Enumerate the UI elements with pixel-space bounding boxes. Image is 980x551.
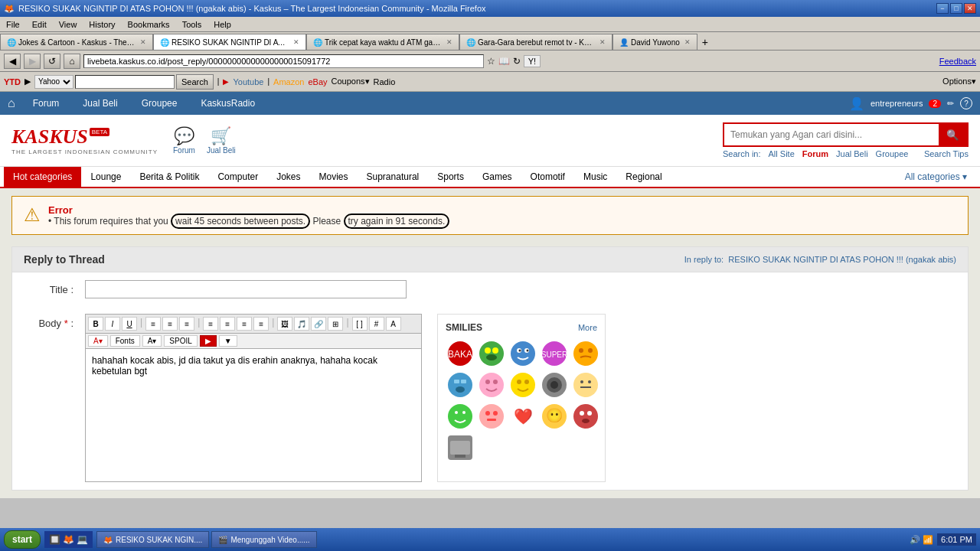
outdent-button[interactable]: ≡: [253, 317, 269, 331]
smilie-8[interactable]: [540, 370, 569, 399]
align-center-button[interactable]: ≡: [162, 317, 178, 331]
tab-3[interactable]: 🌐 Gara-Gara berebut remot tv - Kaskus - …: [459, 34, 612, 50]
menu-help[interactable]: Help: [207, 18, 237, 31]
minimize-button[interactable]: −: [936, 3, 949, 14]
menu-history[interactable]: History: [83, 18, 121, 31]
star-icon[interactable]: ☆: [487, 56, 495, 67]
cat-sports[interactable]: Sports: [428, 167, 473, 187]
smilie-4[interactable]: [571, 339, 600, 368]
home-button[interactable]: ⌂: [64, 54, 80, 69]
font-color-button[interactable]: A▾: [88, 335, 108, 347]
smilie-14[interactable]: [571, 402, 600, 431]
taskbar-item-1[interactable]: 🎬 Mengunggah Video......: [211, 531, 316, 548]
tab-2[interactable]: 🌐 Trik cepat kaya waktu d ATM gan ~ celi…: [306, 34, 459, 50]
video-button[interactable]: ▼: [219, 335, 237, 347]
tab-close-1[interactable]: ✕: [293, 38, 299, 46]
body-textarea[interactable]: hahahah kocak abis, jd dia takut ya dis …: [86, 349, 421, 479]
kaskus-nav-jual-beli[interactable]: Jual Beli: [77, 94, 123, 112]
yahoo-search-input[interactable]: [75, 75, 175, 89]
help-icon[interactable]: ?: [960, 97, 972, 109]
refresh-button[interactable]: ↺: [44, 54, 60, 69]
align-right-button[interactable]: ≡: [179, 317, 194, 331]
smilie-13[interactable]: 😶: [540, 402, 569, 431]
cat-music[interactable]: Music: [574, 167, 616, 187]
fonts-button[interactable]: Fonts: [110, 335, 140, 347]
cat-otomotif[interactable]: Otomotif: [521, 167, 574, 187]
table-button[interactable]: ⊞: [328, 317, 343, 331]
new-tab-button[interactable]: +: [697, 34, 713, 50]
bold-button[interactable]: B: [88, 317, 103, 331]
media-button[interactable]: 🎵: [294, 317, 309, 331]
link-button[interactable]: 🔗: [311, 317, 326, 331]
smilie-11[interactable]: [477, 402, 506, 431]
kaskus-nav-radio[interactable]: KaskusRadio: [194, 94, 261, 112]
hash-button[interactable]: #: [369, 317, 384, 331]
cat-jokes[interactable]: Jokes: [267, 167, 309, 187]
cat-movies[interactable]: Movies: [310, 167, 358, 187]
cat-hot-categories[interactable]: Hot categories: [4, 167, 81, 187]
search-tips-link[interactable]: Search Tips: [924, 149, 969, 158]
back-button[interactable]: ◀: [4, 54, 21, 69]
close-button[interactable]: ✕: [964, 3, 976, 14]
tab-close-4[interactable]: ✕: [684, 38, 691, 46]
cat-regional[interactable]: Regional: [616, 167, 671, 187]
tab-4[interactable]: 👤 David Yuwono ✕: [612, 34, 697, 50]
reload-icon[interactable]: ↻: [513, 56, 521, 67]
username-label[interactable]: entrepreneurs: [871, 99, 923, 108]
address-input[interactable]: [83, 54, 484, 68]
kaskus-nav-forum[interactable]: Forum: [27, 94, 66, 112]
tab-1[interactable]: 🌐 RESIKO SUKAK NGINTIP DI ATAS POHON... …: [153, 34, 306, 50]
search-groupee-option[interactable]: Groupee: [876, 149, 909, 158]
all-categories-button[interactable]: All categories ▾: [896, 167, 976, 187]
menu-tools[interactable]: Tools: [176, 18, 208, 31]
edit-icon[interactable]: ✏: [947, 99, 954, 109]
smilie-9[interactable]: [571, 370, 600, 399]
menu-view[interactable]: View: [53, 18, 83, 31]
menu-file[interactable]: File: [0, 18, 26, 31]
list-unordered-button[interactable]: ≡: [203, 317, 218, 331]
main-search-input[interactable]: [724, 124, 939, 145]
tab-close-2[interactable]: ✕: [446, 38, 452, 46]
search-forum-option[interactable]: Forum: [802, 149, 828, 158]
smilie-12[interactable]: ❤️: [508, 402, 537, 431]
image-button[interactable]: 🖼: [277, 317, 292, 331]
jual-beli-icon-item[interactable]: 🛒 Jual Beli: [207, 126, 236, 155]
tab-0[interactable]: 🌐 Jokes & Cartoon - Kaskus - The Largest…: [0, 34, 153, 50]
cat-games[interactable]: Games: [473, 167, 521, 187]
indent-button[interactable]: ≡: [237, 317, 252, 331]
forward-button[interactable]: ▶: [24, 54, 41, 69]
font-size-button[interactable]: A▾: [142, 335, 162, 347]
options-button[interactable]: Options▾: [942, 77, 976, 86]
smilie-5[interactable]: [446, 370, 475, 399]
main-search-button[interactable]: 🔍: [939, 124, 967, 145]
smilie-7[interactable]: [508, 370, 537, 399]
cat-lounge[interactable]: Lounge: [81, 167, 130, 187]
forum-icon-item[interactable]: 💬 Forum: [173, 126, 195, 155]
underline-button[interactable]: U: [122, 317, 137, 331]
smilie-1[interactable]: [477, 339, 506, 368]
smilie-15[interactable]: [446, 433, 475, 462]
code-button[interactable]: [ ]: [352, 317, 368, 331]
kaskus-home-icon[interactable]: ⌂: [8, 96, 15, 110]
cat-supranatural[interactable]: Supranatural: [358, 167, 429, 187]
cat-computer[interactable]: Computer: [208, 167, 267, 187]
youtube-embed-button[interactable]: ▶: [200, 335, 217, 347]
taskbar-item-0[interactable]: 🦊 RESIKO SUKAK NGIN....: [96, 531, 209, 548]
search-jualbeli-option[interactable]: Jual Beli: [836, 149, 868, 158]
feedback-button[interactable]: Feedback: [939, 57, 976, 66]
maximize-button[interactable]: □: [950, 3, 962, 14]
start-button[interactable]: start: [4, 530, 41, 549]
special-button[interactable]: A: [386, 317, 401, 331]
radio-button[interactable]: Radio: [374, 77, 396, 86]
search-button[interactable]: Search: [176, 74, 214, 90]
align-left-button[interactable]: ≡: [145, 317, 161, 331]
smilie-0[interactable]: BAKA: [446, 339, 475, 368]
youtube-button[interactable]: Youtube: [233, 77, 263, 86]
spoiler-button[interactable]: SPOIL: [164, 335, 197, 347]
tab-close-0[interactable]: ✕: [140, 38, 146, 46]
smilie-10[interactable]: [446, 402, 475, 431]
kaskus-nav-groupee[interactable]: Groupee: [136, 94, 184, 112]
yahoo-dropdown[interactable]: Yahoo: [34, 75, 74, 89]
amazon-button[interactable]: Amazon: [273, 77, 304, 86]
tab-close-3[interactable]: ✕: [599, 38, 606, 46]
